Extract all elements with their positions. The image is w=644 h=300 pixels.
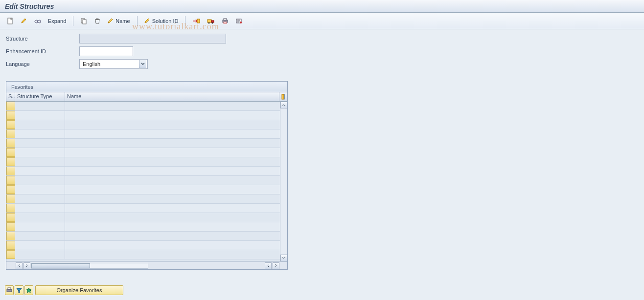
- scroll-left2-button[interactable]: [265, 262, 272, 269]
- row-selector[interactable]: [6, 241, 15, 250]
- row-selector[interactable]: [6, 148, 15, 157]
- cell-structure-type[interactable]: [15, 185, 65, 194]
- row-selector[interactable]: [6, 120, 15, 129]
- cell-structure-type[interactable]: [15, 139, 65, 148]
- cell-name[interactable]: [65, 241, 287, 250]
- cell-name[interactable]: [65, 167, 287, 175]
- hscroll-track[interactable]: [31, 263, 148, 269]
- transport-button[interactable]: [190, 17, 202, 25]
- cell-name[interactable]: [65, 213, 287, 222]
- table-row[interactable]: [6, 213, 287, 222]
- table-row[interactable]: [6, 102, 287, 111]
- star-button[interactable]: [24, 285, 33, 295]
- row-selector[interactable]: [6, 157, 15, 166]
- table-row[interactable]: [6, 176, 287, 185]
- col-select[interactable]: S..: [6, 92, 15, 101]
- cell-name[interactable]: [65, 204, 287, 213]
- table-row[interactable]: [6, 232, 287, 241]
- grid-config-button[interactable]: [279, 92, 287, 101]
- row-selector[interactable]: [6, 204, 15, 213]
- settings-button[interactable]: [233, 17, 244, 25]
- scroll-down-button[interactable]: [280, 255, 287, 261]
- cell-name[interactable]: [65, 185, 287, 194]
- scroll-right-button[interactable]: [23, 262, 30, 269]
- filter-button[interactable]: [15, 285, 23, 295]
- cell-name[interactable]: [65, 148, 287, 157]
- cell-structure-type[interactable]: [15, 213, 65, 222]
- col-name[interactable]: Name: [65, 92, 279, 101]
- table-row[interactable]: [6, 120, 287, 129]
- table-row[interactable]: [6, 222, 287, 232]
- scroll-right2-button[interactable]: [273, 262, 279, 269]
- row-selector[interactable]: [6, 222, 15, 231]
- table-row[interactable]: [6, 129, 287, 139]
- cell-structure-type[interactable]: [15, 176, 65, 185]
- copy-button[interactable]: [78, 17, 89, 25]
- cell-structure-type[interactable]: [15, 102, 65, 110]
- print-button[interactable]: [220, 17, 230, 25]
- enhancement-input[interactable]: [79, 46, 133, 56]
- print-bottom-button[interactable]: [5, 285, 14, 295]
- cell-structure-type[interactable]: [15, 250, 65, 259]
- rename-button[interactable]: Name: [106, 17, 132, 25]
- cell-structure-type[interactable]: [15, 194, 65, 203]
- table-row[interactable]: [6, 139, 287, 148]
- delete-button[interactable]: [92, 17, 103, 25]
- row-selector[interactable]: [6, 129, 15, 138]
- cell-structure-type[interactable]: [15, 241, 65, 250]
- cell-name[interactable]: [65, 120, 287, 129]
- table-row[interactable]: [6, 167, 287, 176]
- cell-structure-type[interactable]: [15, 167, 65, 175]
- row-selector[interactable]: [6, 185, 15, 194]
- solution-id-button[interactable]: Solution ID: [142, 17, 181, 25]
- scroll-track[interactable]: [280, 108, 287, 255]
- table-row[interactable]: [6, 185, 287, 194]
- edit-button[interactable]: [19, 17, 29, 25]
- cell-structure-type[interactable]: [15, 129, 65, 138]
- display-button[interactable]: [32, 17, 43, 25]
- scroll-up-button[interactable]: [280, 102, 287, 108]
- row-selector[interactable]: [6, 102, 15, 110]
- cell-structure-type[interactable]: [15, 148, 65, 157]
- table-row[interactable]: [6, 111, 287, 120]
- row-selector[interactable]: [6, 139, 15, 148]
- table-row[interactable]: [6, 241, 287, 250]
- cell-name[interactable]: [65, 157, 287, 166]
- cell-name[interactable]: [65, 232, 287, 240]
- cell-structure-type[interactable]: [15, 120, 65, 129]
- row-selector[interactable]: [6, 213, 15, 222]
- table-row[interactable]: [6, 148, 287, 157]
- cell-structure-type[interactable]: [15, 232, 65, 240]
- cell-name[interactable]: [65, 139, 287, 148]
- truck-button[interactable]: [205, 17, 217, 25]
- row-selector[interactable]: [6, 194, 15, 203]
- table-row[interactable]: [6, 204, 287, 213]
- cell-structure-type[interactable]: [15, 157, 65, 166]
- row-selector[interactable]: [6, 250, 15, 259]
- scroll-left-button[interactable]: [16, 262, 23, 269]
- table-row[interactable]: [6, 250, 287, 259]
- expand-button[interactable]: Expand: [46, 17, 68, 25]
- new-button[interactable]: [5, 17, 16, 25]
- cell-name[interactable]: [65, 222, 287, 231]
- cell-structure-type[interactable]: [15, 204, 65, 213]
- table-row[interactable]: [6, 194, 287, 204]
- row-selector[interactable]: [6, 176, 15, 185]
- row-selector[interactable]: [6, 232, 15, 240]
- col-structure-type[interactable]: Structure Type: [15, 92, 65, 101]
- row-selector[interactable]: [6, 111, 15, 120]
- cell-name[interactable]: [65, 111, 287, 120]
- language-select[interactable]: English: [79, 59, 148, 69]
- cell-structure-type[interactable]: [15, 111, 65, 120]
- cell-name[interactable]: [65, 102, 287, 110]
- cell-name[interactable]: [65, 194, 287, 203]
- row-selector[interactable]: [6, 167, 15, 175]
- hscroll-thumb[interactable]: [31, 263, 90, 268]
- organize-favorites-button[interactable]: Organize Favorites: [35, 285, 123, 295]
- cell-name[interactable]: [65, 176, 287, 185]
- cell-structure-type[interactable]: [15, 222, 65, 231]
- structure-input[interactable]: [79, 34, 226, 43]
- table-row[interactable]: [6, 157, 287, 167]
- vertical-scrollbar[interactable]: [280, 102, 287, 261]
- cell-name[interactable]: [65, 250, 287, 259]
